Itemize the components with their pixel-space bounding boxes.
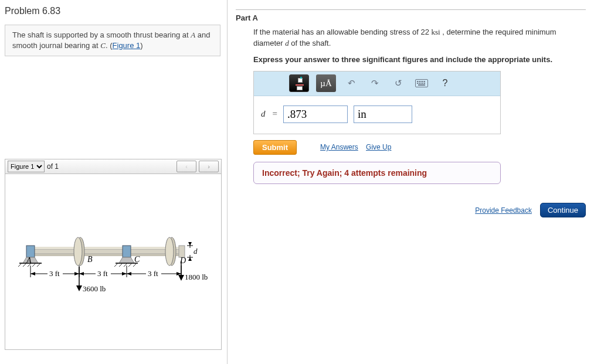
svg-text:d: d xyxy=(194,247,198,256)
stmt-A: A xyxy=(191,30,195,39)
special-char-button[interactable]: µÅ xyxy=(316,74,336,92)
figure-link[interactable]: Figure 1 xyxy=(113,41,141,50)
svg-marker-44 xyxy=(127,272,131,275)
svg-rect-0 xyxy=(29,249,181,254)
answer-value-input[interactable] xyxy=(283,106,348,123)
svg-text:3600 lb: 3600 lb xyxy=(83,284,106,293)
reset-icon: ↺ xyxy=(395,78,402,89)
answer-box: µÅ ↶ ↷ ↺ ? xyxy=(253,71,501,134)
figure-next-button[interactable]: › xyxy=(199,161,219,172)
svg-text:3 ft: 3 ft xyxy=(49,269,60,278)
undo-button[interactable]: ↶ xyxy=(343,74,359,92)
answer-units-input[interactable] xyxy=(354,106,412,123)
reset-button[interactable]: ↺ xyxy=(390,74,406,92)
svg-marker-56 xyxy=(178,275,184,281)
svg-rect-67 xyxy=(422,83,423,84)
problem-statement: The shaft is supported by a smooth thrus… xyxy=(5,25,220,56)
keyboard-button[interactable] xyxy=(413,74,430,92)
svg-rect-69 xyxy=(418,84,425,86)
give-up-link[interactable]: Give Up xyxy=(366,143,391,151)
svg-text:C: C xyxy=(134,255,140,264)
stmt-C: C xyxy=(100,41,106,50)
svg-marker-29 xyxy=(188,242,192,246)
svg-text:B: B xyxy=(87,255,93,264)
prompt-text: If the material has an allowable bending… xyxy=(253,28,432,36)
svg-marker-42 xyxy=(122,272,127,275)
svg-text:A: A xyxy=(26,256,32,265)
redo-icon: ↷ xyxy=(371,78,379,89)
submit-button[interactable]: Submit xyxy=(253,140,297,155)
figure-toolbar: Figure 1 of 1 ‹ › xyxy=(5,159,222,174)
answer-lhs: d xyxy=(261,109,266,119)
svg-text:3 ft: 3 ft xyxy=(148,269,158,278)
svg-rect-66 xyxy=(420,83,422,84)
chevron-right-icon: › xyxy=(208,163,210,170)
svg-marker-53 xyxy=(76,285,82,291)
svg-marker-31 xyxy=(188,257,192,261)
continue-button[interactable]: Continue xyxy=(540,203,586,217)
part-prompt: If the material has an allowable bending… xyxy=(253,27,582,49)
problem-title: Problem 6.83 xyxy=(5,5,222,18)
answer-eq: = xyxy=(273,109,277,119)
keyboard-icon xyxy=(415,79,428,87)
figure-count: of 1 xyxy=(47,162,59,171)
stmt-text: The shaft is supported by a smooth thrus… xyxy=(12,30,191,39)
help-button[interactable]: ? xyxy=(437,74,453,92)
svg-rect-63 xyxy=(424,81,425,82)
svg-rect-21 xyxy=(179,246,185,257)
figure-prev-button[interactable]: ‹ xyxy=(176,161,196,172)
svg-marker-41 xyxy=(79,272,84,275)
my-answers-link[interactable]: My Answers xyxy=(320,143,358,151)
svg-rect-65 xyxy=(419,83,420,84)
svg-rect-60 xyxy=(419,81,420,82)
shaft-diagram: A B C D d 3 ft xyxy=(5,174,222,350)
instruction-text: Express your answer to three significant… xyxy=(253,55,586,64)
svg-rect-2 xyxy=(29,254,181,256)
undo-icon: ↶ xyxy=(348,78,355,89)
svg-text:3 ft: 3 ft xyxy=(97,269,108,278)
svg-rect-7 xyxy=(26,246,35,257)
svg-rect-62 xyxy=(422,81,423,82)
stmt-text: ) xyxy=(140,41,142,50)
svg-rect-61 xyxy=(420,81,422,82)
svg-text:1800 lb: 1800 lb xyxy=(185,273,208,281)
provide-feedback-link[interactable]: Provide Feedback xyxy=(475,206,532,215)
equation-toolbar: µÅ ↶ ↷ ↺ ? xyxy=(254,72,500,96)
svg-rect-14 xyxy=(123,246,131,257)
part-title: Part A xyxy=(236,13,586,22)
chevron-left-icon: ‹ xyxy=(185,163,188,170)
svg-rect-68 xyxy=(424,83,425,84)
svg-text:D: D xyxy=(179,256,186,265)
feedback-message: Incorrect; Try Again; 4 attempts remaini… xyxy=(253,162,501,184)
svg-rect-59 xyxy=(417,81,418,82)
svg-rect-1 xyxy=(29,247,181,249)
svg-marker-38 xyxy=(30,272,35,275)
template-button[interactable] xyxy=(289,74,309,92)
redo-button[interactable]: ↷ xyxy=(366,74,383,92)
svg-point-4 xyxy=(74,237,82,266)
stmt-text: . ( xyxy=(106,41,113,50)
svg-rect-64 xyxy=(417,83,418,84)
figure-canvas: A B C D d 3 ft xyxy=(5,174,222,350)
prompt-ksi: ksi xyxy=(432,28,440,36)
svg-marker-39 xyxy=(74,272,79,275)
svg-point-6 xyxy=(165,237,174,266)
prompt-text: of the shaft. xyxy=(289,39,331,47)
figure-select[interactable]: Figure 1 xyxy=(8,161,45,172)
